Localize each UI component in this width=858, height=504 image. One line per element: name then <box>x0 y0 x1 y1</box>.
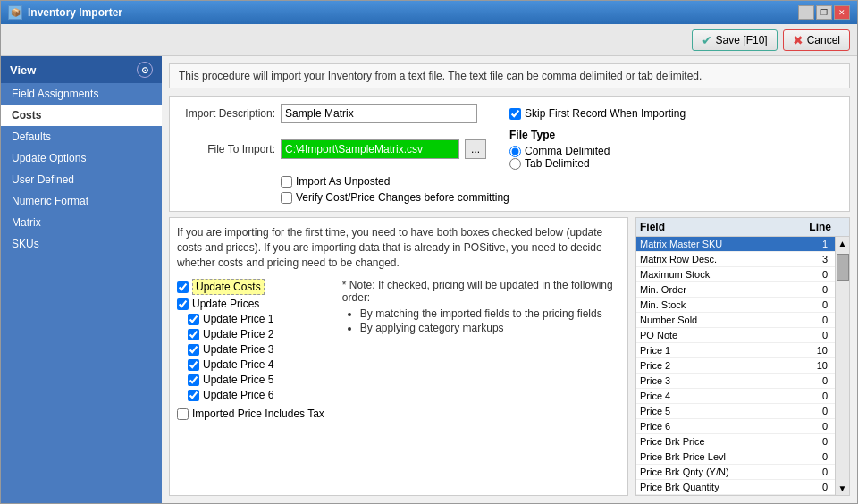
update-price-1-row: Update Price 1 <box>188 313 324 325</box>
grid-cell-line: 0 <box>786 482 831 492</box>
grid-cell-line: 0 <box>786 269 831 280</box>
grid-cell-field: Price 4 <box>640 391 786 401</box>
table-row[interactable]: Price Brk Price0 <box>636 434 835 449</box>
table-row[interactable]: Min. Stock0 <box>636 298 835 313</box>
update-costs-checkbox[interactable] <box>177 281 189 293</box>
sidebar-item-costs[interactable]: Costs <box>1 105 162 126</box>
field-assignments-grid: Field Line Matrix Master SKU1Matrix Row … <box>635 217 850 496</box>
grid-cell-line: 0 <box>786 391 831 401</box>
grid-col-field: Field <box>640 221 786 233</box>
note-item-1: By matching the imported fields to the p… <box>360 307 620 320</box>
update-costs-label: Update Costs <box>192 279 265 295</box>
bottom-section: If you are importing for the first time,… <box>169 217 850 496</box>
sidebar-item-defaults[interactable]: Defaults <box>1 126 162 147</box>
table-row[interactable]: Matrix Master SKU1 <box>636 237 835 252</box>
grid-cell-line: 0 <box>786 406 831 416</box>
scroll-down-arrow[interactable]: ▼ <box>837 482 849 495</box>
sidebar-item-user-defined[interactable]: User Defined <box>1 169 162 190</box>
table-row[interactable]: Matrix Row Desc.3 <box>636 252 835 267</box>
grid-cell-field: Price 1 <box>640 345 786 356</box>
table-row[interactable]: PO Note0 <box>636 328 835 343</box>
import-as-unposted-checkbox[interactable] <box>281 176 292 188</box>
update-price-3-checkbox[interactable] <box>188 344 199 356</box>
grid-cell-field: Number Sold <box>640 315 786 325</box>
file-type-label: File Type <box>509 129 610 141</box>
scroll-up-arrow[interactable]: ▲ <box>837 237 849 250</box>
window-title: Inventory Importer <box>28 6 122 19</box>
title-bar: 📦 Inventory Importer — ❐ ✕ <box>1 1 857 24</box>
save-label: Save [F10] <box>716 34 768 46</box>
table-row[interactable]: Price Brk Quantity0 <box>636 480 835 495</box>
table-row[interactable]: Price 210 <box>636 358 835 374</box>
sidebar: View ⊙ Field Assignments Costs Defaults … <box>1 56 162 503</box>
sidebar-item-skus[interactable]: SKUs <box>1 233 162 255</box>
update-price-4-checkbox[interactable] <box>188 359 199 371</box>
sidebar-item-field-assignments[interactable]: Field Assignments <box>1 83 162 105</box>
table-row[interactable]: Price 60 <box>636 419 835 434</box>
table-row[interactable]: Min. Order0 <box>636 282 835 298</box>
sidebar-item-update-options[interactable]: Update Options <box>1 147 162 169</box>
imported-price-tax-checkbox[interactable] <box>177 408 189 420</box>
imported-price-tax-label: Imported Price Includes Tax <box>192 407 324 420</box>
import-desc-input[interactable] <box>281 104 477 123</box>
skip-first-record-checkbox[interactable] <box>509 108 521 120</box>
skip-first-record-label: Skip First Record When Importing <box>525 107 686 120</box>
save-button[interactable]: ✔ Save [F10] <box>692 29 778 51</box>
grid-cell-field: Matrix Row Desc. <box>640 254 786 265</box>
table-row[interactable]: Price Brk Price Levl0 <box>636 449 835 465</box>
scrollbar[interactable]: ▲ ▼ <box>835 237 849 495</box>
sidebar-item-numeric-format[interactable]: Numeric Format <box>1 190 162 212</box>
update-price-5-checkbox[interactable] <box>188 374 199 386</box>
grid-cell-line: 0 <box>786 466 831 477</box>
grid-col-line: Line <box>786 221 831 233</box>
grid-cell-field: Price 5 <box>640 406 786 416</box>
table-row[interactable]: Price 30 <box>636 374 835 389</box>
restore-button[interactable]: ❐ <box>816 5 832 20</box>
verify-cost-label: Verify Cost/Price Changes before committ… <box>296 191 509 204</box>
scroll-thumb[interactable] <box>837 254 849 281</box>
minimize-button[interactable]: — <box>798 5 814 20</box>
grid-cell-line: 10 <box>786 345 831 356</box>
cancel-button[interactable]: ✖ Cancel <box>783 29 850 51</box>
update-price-1-label: Update Price 1 <box>203 313 273 325</box>
file-path-input[interactable] <box>281 139 459 159</box>
table-row[interactable]: Price 40 <box>636 389 835 404</box>
update-price-6-checkbox[interactable] <box>188 390 199 401</box>
update-prices-checkbox[interactable] <box>177 298 189 310</box>
sidebar-item-matrix[interactable]: Matrix <box>1 212 162 233</box>
title-bar-left: 📦 Inventory Importer <box>8 5 122 20</box>
table-row[interactable]: Price 110 <box>636 343 835 358</box>
verify-cost-checkbox[interactable] <box>281 192 292 204</box>
close-button[interactable]: ✕ <box>834 5 850 20</box>
table-row[interactable]: Maximum Stock0 <box>636 267 835 282</box>
comma-delimited-radio[interactable] <box>509 146 521 157</box>
cancel-icon: ✖ <box>793 33 803 47</box>
update-price-2-checkbox[interactable] <box>188 329 199 340</box>
grid-cell-line: 0 <box>786 421 831 432</box>
table-row[interactable]: Price 50 <box>636 404 835 419</box>
table-row[interactable]: Price Brk Qnty (Y/N)0 <box>636 465 835 480</box>
update-col-left: Update Costs Update Prices Update Price … <box>177 279 324 420</box>
grid-cell-line: 0 <box>786 436 831 447</box>
grid-cell-line: 10 <box>786 360 831 371</box>
grid-cell-field: Matrix Master SKU <box>640 239 786 249</box>
table-row[interactable]: Number Sold0 <box>636 313 835 328</box>
grid-cell-line: 0 <box>786 299 831 310</box>
grid-cell-field: PO Note <box>640 330 786 340</box>
grid-cell-field: Price Brk Qnty (Y/N) <box>640 466 786 477</box>
browse-button[interactable]: ... <box>465 139 486 159</box>
tab-delimited-radio[interactable] <box>509 158 521 170</box>
grid-cell-field: Price Brk Price Levl <box>640 451 786 462</box>
comma-delimited-label: Comma Delimited <box>525 145 610 157</box>
import-desc-label: Import Description: <box>177 107 275 120</box>
grid-cell-line: 0 <box>786 451 831 462</box>
grid-scroll[interactable]: Matrix Master SKU1Matrix Row Desc.3Maxim… <box>636 237 835 495</box>
update-section: Update Costs Update Prices Update Price … <box>177 279 620 420</box>
update-price-1-checkbox[interactable] <box>188 314 199 325</box>
grid-cell-field: Price Brk Quantity <box>640 482 786 492</box>
toolbar: ✔ Save [F10] ✖ Cancel <box>1 24 857 56</box>
cancel-label: Cancel <box>807 34 840 46</box>
sidebar-collapse-icon[interactable]: ⊙ <box>137 62 153 78</box>
grid-cell-line: 0 <box>786 375 831 386</box>
note-list: By matching the imported fields to the p… <box>360 307 620 334</box>
